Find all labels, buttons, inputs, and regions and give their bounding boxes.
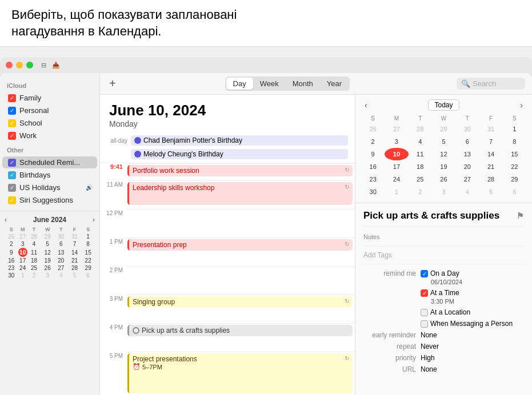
sidebar-cal-day[interactable]: 8 xyxy=(81,240,95,248)
window-sidebar-toggle[interactable]: ⊟ xyxy=(41,62,46,69)
sidebar-cal-day[interactable]: 3 xyxy=(18,240,27,248)
mini-cal-day[interactable]: 23 xyxy=(361,173,385,186)
sidebar-cal-day[interactable]: 18 xyxy=(27,257,41,264)
mini-cal-day[interactable]: 5 xyxy=(432,135,455,148)
window-inbox-icon[interactable]: 📥 xyxy=(52,62,60,69)
allday-event-chad[interactable]: Chad Benjamin Potter's Birthday xyxy=(131,135,348,146)
sidebar-cal-day[interactable]: 29 xyxy=(81,264,95,272)
tab-year[interactable]: Year xyxy=(320,78,349,90)
sidebar-cal-day[interactable]: 15 xyxy=(81,248,95,257)
siri-suggestions-checkbox[interactable]: ✓ xyxy=(8,196,16,204)
sidebar-cal-day[interactable]: 1 xyxy=(81,233,95,240)
mini-cal-day[interactable]: 16 xyxy=(361,160,385,173)
mini-cal-day[interactable]: 27 xyxy=(385,123,408,135)
sidebar-cal-day[interactable]: 4 xyxy=(54,272,68,279)
mini-cal-day[interactable]: 4 xyxy=(455,186,479,198)
sidebar-cal-prev[interactable]: ‹ xyxy=(5,216,7,224)
sidebar-cal-day[interactable]: 23 xyxy=(5,264,18,272)
mini-cal-day[interactable]: 17 xyxy=(385,160,408,173)
sidebar-item-work[interactable]: ✓ Work xyxy=(2,130,97,142)
mini-cal-prev[interactable]: ‹ xyxy=(361,99,371,111)
sidebar-cal-day[interactable]: 6 xyxy=(81,272,95,279)
sidebar-cal-day[interactable]: 7 xyxy=(68,240,82,248)
mini-cal-day[interactable]: 30 xyxy=(455,123,479,135)
mini-cal-day[interactable]: 15 xyxy=(503,148,526,160)
detail-flag-icon[interactable]: ⚑ xyxy=(517,211,524,220)
mini-cal-day[interactable]: 4 xyxy=(409,135,432,148)
sidebar-item-school[interactable]: ✓ School xyxy=(2,117,97,129)
mini-cal-day[interactable]: 29 xyxy=(503,173,526,186)
sidebar-item-siri-suggestions[interactable]: ✓ Siri Suggestions xyxy=(2,194,97,206)
sidebar-cal-day[interactable]: 6 xyxy=(54,240,68,248)
mini-cal-day[interactable]: 3 xyxy=(432,186,455,198)
event-pickup[interactable]: Pick up arts & crafts supplies xyxy=(127,325,353,336)
tab-month[interactable]: Month xyxy=(286,78,320,90)
sidebar-cal-day[interactable]: 29 xyxy=(41,233,54,240)
mini-cal-day[interactable]: 21 xyxy=(479,160,502,173)
sidebar-cal-day[interactable]: 2 xyxy=(27,272,41,279)
mini-cal-day[interactable]: 19 xyxy=(432,160,455,173)
close-button[interactable] xyxy=(6,62,13,68)
mini-cal-day[interactable]: 28 xyxy=(409,123,432,135)
event-leadership[interactable]: Leadership skills workshop ↻ xyxy=(127,182,353,205)
sidebar-cal-day[interactable]: 13 xyxy=(54,248,68,257)
sidebar-cal-day[interactable]: 9 xyxy=(5,248,18,257)
sidebar-cal-day[interactable]: 21 xyxy=(68,257,82,264)
sidebar-cal-day[interactable]: 4 xyxy=(27,240,41,248)
mini-cal-day[interactable]: 10 xyxy=(385,148,408,160)
sidebar-item-family[interactable]: ✓ Family xyxy=(2,92,97,104)
sidebar-cal-day[interactable]: 22 xyxy=(81,257,95,264)
minimize-button[interactable] xyxy=(16,62,23,68)
sidebar-item-us-holidays[interactable]: ✓ US Holidays 🔊 xyxy=(2,182,97,194)
at-time-checkbox[interactable]: ✓ xyxy=(421,289,428,297)
mini-cal-day[interactable]: 1 xyxy=(385,186,408,198)
sidebar-cal-day[interactable]: 16 xyxy=(5,257,18,264)
us-holidays-checkbox[interactable]: ✓ xyxy=(8,184,16,192)
mini-cal-day[interactable]: 31 xyxy=(479,123,502,135)
mini-cal-day[interactable]: 2 xyxy=(361,135,385,148)
mini-cal-day[interactable]: 9 xyxy=(361,148,385,160)
sidebar-cal-day[interactable]: 27 xyxy=(54,264,68,272)
mini-cal-day[interactable]: 26 xyxy=(361,123,385,135)
mini-cal-day[interactable]: 2 xyxy=(409,186,432,198)
sidebar-cal-day[interactable]: 17 xyxy=(18,257,27,264)
sidebar-item-personal[interactable]: ✓ Personal xyxy=(2,104,97,116)
school-checkbox[interactable]: ✓ xyxy=(8,119,16,127)
sidebar-cal-day[interactable]: 28 xyxy=(68,264,82,272)
sidebar-cal-day[interactable]: 1 xyxy=(18,272,27,279)
sidebar-cal-day[interactable]: 20 xyxy=(54,257,68,264)
search-bar[interactable]: 🔍 Search xyxy=(457,78,525,90)
personal-checkbox[interactable]: ✓ xyxy=(8,107,16,115)
family-checkbox[interactable]: ✓ xyxy=(8,94,16,102)
mini-cal-day[interactable]: 22 xyxy=(503,160,526,173)
sidebar-cal-day[interactable]: 27 xyxy=(18,233,27,240)
mini-cal-day[interactable]: 25 xyxy=(409,173,432,186)
mini-cal-day[interactable]: 26 xyxy=(432,173,455,186)
mini-cal-day[interactable]: 27 xyxy=(455,173,479,186)
at-location-checkbox[interactable] xyxy=(421,309,428,316)
maximize-button[interactable] xyxy=(26,62,33,68)
sidebar-cal-day[interactable]: 26 xyxy=(41,264,54,272)
mini-cal-next[interactable]: › xyxy=(517,99,526,111)
event-singing[interactable]: Singing group ↻ xyxy=(127,296,353,308)
when-messaging-checkbox[interactable] xyxy=(421,320,428,328)
sidebar-cal-day[interactable]: 5 xyxy=(68,272,82,279)
work-checkbox[interactable]: ✓ xyxy=(8,132,16,140)
allday-event-melody[interactable]: Melody Cheung's Birthday xyxy=(131,149,348,159)
scheduled-reminders-checkbox[interactable]: ✓ xyxy=(8,159,16,167)
mini-cal-day[interactable]: 5 xyxy=(479,186,502,198)
sidebar-cal-day[interactable]: 14 xyxy=(68,248,82,257)
sidebar-cal-day[interactable]: 11 xyxy=(27,248,41,257)
tab-day[interactable]: Day xyxy=(226,78,253,90)
mini-cal-day[interactable]: 6 xyxy=(503,186,526,198)
mini-cal-day[interactable]: 11 xyxy=(409,148,432,160)
mini-cal-day[interactable]: 3 xyxy=(385,135,408,148)
mini-cal-day[interactable]: 12 xyxy=(432,148,455,160)
mini-cal-day[interactable]: 1 xyxy=(503,123,526,135)
sidebar-item-birthdays[interactable]: ✓ Birthdays xyxy=(2,169,97,181)
add-event-button[interactable]: + xyxy=(107,77,118,90)
tab-week[interactable]: Week xyxy=(253,78,286,90)
sidebar-cal-day[interactable]: 10 xyxy=(18,248,27,257)
today-button[interactable]: Today xyxy=(428,99,459,111)
mini-cal-day[interactable]: 24 xyxy=(385,173,408,186)
